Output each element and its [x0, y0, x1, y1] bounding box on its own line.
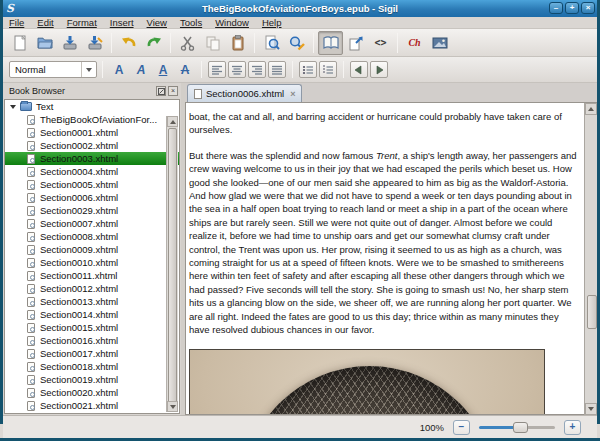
book-browser-tree[interactable]: Text TheBigBookOfAviationFor...Section00…	[4, 99, 180, 414]
open-book-button[interactable]	[32, 31, 57, 55]
tree-item-section0009-xhtml[interactable]: Section0009.xhtml	[5, 243, 179, 256]
zoom-slider-handle[interactable]	[513, 422, 528, 433]
scroll-up-button[interactable]	[585, 103, 597, 115]
scroll-up-button[interactable]	[167, 116, 178, 127]
save-book-button[interactable]	[57, 31, 82, 55]
tree-item-section0019-xhtml[interactable]: Section0019.xhtml	[5, 373, 179, 386]
insert-image-button[interactable]	[427, 31, 452, 55]
tree-item-section0001-xhtml[interactable]: Section0001.xhtml	[5, 126, 179, 139]
tree-scrollbar[interactable]	[166, 116, 178, 412]
document-paragraphs: boat, the cat and all, and barring accid…	[189, 110, 579, 337]
zoom-in-button[interactable]: +	[564, 420, 581, 435]
find-replace-button[interactable]	[284, 31, 309, 55]
menu-edit[interactable]: Edit	[37, 17, 53, 28]
tree-item-section0012-xhtml[interactable]: Section0012.xhtml	[5, 282, 179, 295]
tree-item-section0018-xhtml[interactable]: Section0018.xhtml	[5, 360, 179, 373]
scroll-down-button[interactable]	[167, 401, 178, 412]
tree-item-section0011-xhtml[interactable]: Section0011.xhtml	[5, 269, 179, 282]
undo-button[interactable]	[116, 31, 141, 55]
tree-scrollbar-thumb[interactable]	[168, 128, 177, 406]
italic-button[interactable]: A	[130, 60, 152, 80]
tree-item-section0013-xhtml[interactable]: Section0013.xhtml	[5, 295, 179, 308]
underline-button[interactable]: A	[152, 60, 174, 80]
find-button[interactable]	[259, 31, 284, 55]
zoom-out-button[interactable]: −	[453, 420, 470, 435]
tree-item-label: Section0004.xhtml	[40, 166, 118, 177]
paste-button[interactable]	[225, 31, 250, 55]
tab-section0006[interactable]: Section0006.xhtml ×	[187, 84, 302, 102]
tree-item-section0022-xhtml[interactable]: Section0022.xhtml	[5, 412, 179, 414]
tree-item-section0015-xhtml[interactable]: Section0015.xhtml	[5, 321, 179, 334]
close-panel-button[interactable]: ×	[168, 86, 178, 96]
menu-view[interactable]: View	[147, 17, 167, 28]
menu-format[interactable]: Format	[67, 17, 97, 28]
content-scrollbar[interactable]	[584, 103, 597, 415]
code-view-button[interactable]: <>	[368, 31, 393, 55]
tree-item-section0017-xhtml[interactable]: Section0017.xhtml	[5, 347, 179, 360]
paragraph: But there was the splendid and now famou…	[189, 149, 579, 337]
titlebar[interactable]: S TheBigBookOfAviationForBoys.epub - Sig…	[0, 0, 600, 17]
tree-folder-text[interactable]: Text	[5, 100, 179, 113]
xhtml-file-icon	[27, 154, 35, 164]
indent-button[interactable]	[370, 61, 388, 78]
editor-pane: Section0006.xhtml × boat, the cat and al…	[185, 83, 597, 415]
zoom-slider[interactable]	[479, 420, 555, 435]
bullet-list-button[interactable]	[299, 61, 317, 78]
tree-item-section0003-xhtml[interactable]: Section0003.xhtml	[5, 152, 179, 165]
style-select[interactable]: Normal	[9, 61, 97, 78]
xhtml-file-icon	[27, 375, 35, 385]
redo-button[interactable]	[141, 31, 166, 55]
align-left-button[interactable]	[208, 61, 226, 78]
outdent-button[interactable]	[350, 61, 368, 78]
tree-item-label: Section0003.xhtml	[40, 153, 118, 164]
bold-button[interactable]: A	[108, 60, 130, 80]
main-toolbar: <> Ch	[3, 29, 597, 57]
close-button[interactable]: ×	[581, 2, 595, 14]
xhtml-file-icon	[27, 284, 35, 294]
maximize-button[interactable]: +	[565, 2, 579, 14]
zoom-percentage: 100%	[420, 422, 444, 433]
menu-file[interactable]: File	[9, 17, 24, 28]
menu-tools[interactable]: Tools	[180, 17, 202, 28]
book-view-content[interactable]: boat, the cat and all, and barring accid…	[185, 103, 597, 415]
align-center-button[interactable]	[228, 61, 246, 78]
strikethrough-button[interactable]: A	[174, 60, 196, 80]
tree-item-section0014-xhtml[interactable]: Section0014.xhtml	[5, 308, 179, 321]
split-view-button[interactable]	[343, 31, 368, 55]
tree-item-section0005-xhtml[interactable]: Section0005.xhtml	[5, 178, 179, 191]
expand-triangle-icon[interactable]	[10, 105, 16, 109]
tree-item-section0016-xhtml[interactable]: Section0016.xhtml	[5, 334, 179, 347]
new-document-button[interactable]	[7, 31, 32, 55]
tree-item-section0010-xhtml[interactable]: Section0010.xhtml	[5, 256, 179, 269]
xhtml-file-icon	[27, 401, 35, 411]
menu-insert[interactable]: Insert	[110, 17, 134, 28]
cut-button[interactable]	[175, 31, 200, 55]
tree-item-section0007-xhtml[interactable]: Section0007.xhtml	[5, 217, 179, 230]
float-panel-button[interactable]	[156, 86, 166, 96]
content-scrollbar-thumb[interactable]	[587, 295, 597, 329]
align-justify-button[interactable]	[268, 61, 286, 78]
menu-help[interactable]: Help	[262, 17, 282, 28]
book-view-button[interactable]	[318, 31, 343, 55]
tree-item-section0006-xhtml[interactable]: Section0006.xhtml	[5, 191, 179, 204]
menu-window[interactable]: Window	[215, 17, 249, 28]
tree-item-section0004-xhtml[interactable]: Section0004.xhtml	[5, 165, 179, 178]
tree-item-thebigbookofaviationfor[interactable]: TheBigBookOfAviationFor...	[5, 113, 179, 126]
copy-button[interactable]	[200, 31, 225, 55]
tab-close-icon[interactable]: ×	[290, 89, 295, 99]
scroll-down-button[interactable]	[585, 403, 597, 415]
tree-item-section0021-xhtml[interactable]: Section0021.xhtml	[5, 399, 179, 412]
tree-item-section0008-xhtml[interactable]: Section0008.xhtml	[5, 230, 179, 243]
tree-item-section0029-xhtml[interactable]: Section0029.xhtml	[5, 204, 179, 217]
tree-item-section0002-xhtml[interactable]: Section0002.xhtml	[5, 139, 179, 152]
scroll-down-icon	[170, 405, 176, 409]
minimize-button[interactable]: –	[549, 2, 563, 14]
tree-item-section0020-xhtml[interactable]: Section0020.xhtml	[5, 386, 179, 399]
save-as-button[interactable]	[82, 31, 107, 55]
chapter-break-button[interactable]: Ch	[402, 31, 427, 55]
align-right-button[interactable]	[248, 61, 266, 78]
numbered-list-button[interactable]	[319, 61, 337, 78]
xhtml-file-icon	[27, 128, 35, 138]
style-select-arrow[interactable]	[81, 62, 96, 77]
save-as-icon	[86, 34, 104, 52]
